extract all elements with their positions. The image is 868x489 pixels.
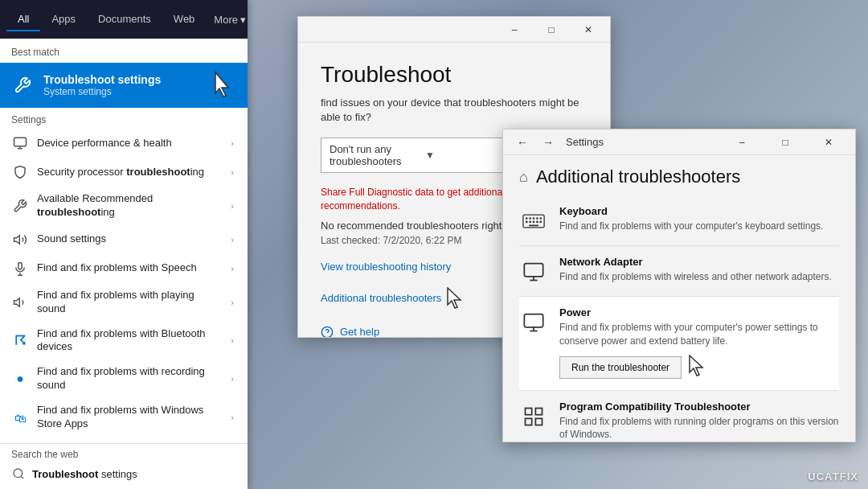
network-icon (519, 257, 548, 286)
store-icon: 🛍 (11, 409, 29, 426)
menu-item-store-apps[interactable]: 🛍 Find and fix problems with Windows Sto… (0, 398, 248, 437)
search-query-text: Troubleshoot settings (32, 468, 137, 480)
bluetooth-icon: ☈ (11, 331, 29, 349)
start-search-panel: All Apps Documents Web More ▾ Best match… (0, 0, 248, 489)
troubleshooter-power: Power Find and fix problems with your co… (519, 297, 839, 391)
menu-item-label: Find and fix problems with recording sou… (37, 365, 223, 392)
additional-header: ⌂ Additional troubleshooters (503, 155, 855, 195)
cursor-indicator-additional (446, 287, 464, 313)
chevron-right-icon: › (231, 374, 234, 384)
power-text: Power Find and fix problems with your co… (559, 306, 839, 380)
get-help-label: Get help (340, 326, 379, 337)
chevron-right-icon: › (231, 201, 234, 211)
program-icon (519, 402, 548, 431)
svg-marker-8 (14, 298, 20, 306)
cursor-indicator (212, 71, 236, 100)
chevron-right-icon: › (231, 264, 234, 273)
menu-item-label: Find and fix problems with playing sound (37, 289, 223, 316)
additional-title: Additional troubleshooters (536, 166, 740, 187)
forward-button[interactable]: → (537, 131, 559, 154)
menu-item-device-performance[interactable]: Device performance & health › (0, 129, 248, 158)
tab-documents[interactable]: Documents (87, 8, 162, 31)
svg-point-9 (14, 469, 23, 478)
search-input-row[interactable]: Troubleshoot settings (0, 462, 248, 489)
result-wrench-icon (11, 74, 34, 97)
wrench-icon (11, 197, 29, 215)
record-icon: ● (11, 370, 29, 388)
settings-section-label: Settings (0, 108, 248, 129)
menu-item-security-processor[interactable]: Security processor troubleshooting › (0, 158, 248, 187)
menu-item-speech[interactable]: Find and fix problems with Speech › (0, 254, 248, 283)
svg-rect-35 (526, 418, 532, 425)
chevron-right-icon: › (231, 235, 234, 244)
menu-item-sound-settings[interactable]: Sound settings › (0, 225, 248, 254)
tab-more[interactable]: More ▾ (206, 9, 254, 31)
chevron-right-icon: › (231, 335, 234, 345)
troubleshooter-list: Keyboard Find and fix problems with your… (503, 195, 855, 442)
menu-item-label: Find and fix problems with Windows Store… (37, 404, 223, 431)
additional-window-titlebar: ← → Settings – □ ✕ (503, 129, 855, 155)
svg-rect-36 (535, 418, 542, 425)
help-icon (321, 326, 334, 337)
troubleshooter-compatibility: Program Compatibility Troubleshooter Fin… (519, 391, 839, 442)
tab-web[interactable]: Web (162, 8, 207, 31)
window-title: Troubleshoot (321, 62, 588, 88)
maximize-button[interactable]: □ (533, 17, 570, 43)
menu-item-label: Device performance & health (37, 137, 223, 150)
menu-item-label: Find and fix problems with Speech (37, 261, 223, 275)
cursor-indicator-run (688, 355, 706, 380)
maximize-button-2[interactable]: □ (767, 129, 804, 155)
result-title: Troubleshoot settings (43, 73, 203, 86)
chevron-right-icon: › (231, 138, 234, 148)
svg-rect-1 (14, 138, 27, 146)
window-subtitle: find issues on your device that troubles… (321, 96, 588, 125)
result-text: Troubleshoot settings System settings (43, 73, 203, 97)
result-subtitle: System settings (43, 86, 203, 97)
best-match-label: Best match (0, 39, 248, 63)
svg-marker-32 (690, 355, 702, 376)
close-button-2[interactable]: ✕ (810, 129, 847, 155)
menu-item-playing-sound[interactable]: Find and fix problems with playing sound… (0, 283, 248, 322)
minimize-button[interactable]: – (496, 17, 533, 43)
close-button[interactable]: ✕ (570, 17, 607, 43)
dropdown-value: Don't run any troubleshooters (330, 143, 425, 167)
search-web-label: Search the web (0, 444, 248, 462)
search-tabs: All Apps Documents Web More ▾ (0, 0, 248, 39)
tab-apps[interactable]: Apps (40, 8, 87, 31)
troubleshooter-dropdown[interactable]: Don't run any troubleshooters ▼ (321, 138, 530, 173)
titlebar-nav: ← → (511, 131, 559, 154)
search-bottom: Search the web Troubleshoot settings (0, 443, 248, 489)
power-icon (519, 308, 548, 337)
home-icon: ⌂ (519, 169, 528, 186)
menu-item-label: Available Recommended troubleshooting (37, 192, 223, 220)
menu-item-available-recommended[interactable]: Available Recommended troubleshooting › (0, 187, 248, 225)
tab-all[interactable]: All (6, 8, 40, 31)
mic-icon (11, 260, 29, 277)
window-titlebar: – □ ✕ (298, 17, 610, 43)
chevron-right-icon: › (231, 167, 234, 177)
svg-marker-4 (14, 236, 20, 244)
additional-troubleshooters-window: ← → Settings – □ ✕ ⌂ Additional troubles… (502, 129, 856, 442)
watermark: UCАТFIX (808, 471, 858, 483)
run-troubleshooter-button[interactable]: Run the troubleshooter (559, 356, 682, 379)
troubleshooter-network: Network Adapter Find and fix problems wi… (519, 246, 839, 297)
chevron-right-icon: › (231, 298, 234, 307)
compatibility-text: Program Compatibility Troubleshooter Fin… (559, 401, 839, 442)
back-button[interactable]: ← (511, 131, 534, 154)
network-text: Network Adapter Find and fix problems wi… (559, 256, 839, 284)
keyboard-icon (519, 207, 548, 236)
svg-rect-26 (524, 264, 542, 277)
chevron-right-icon: › (231, 413, 234, 422)
shield-icon (11, 163, 29, 181)
menu-item-recording-sound[interactable]: ● Find and fix problems with recording s… (0, 360, 248, 398)
svg-rect-25 (529, 224, 538, 226)
minimize-button-2[interactable]: – (723, 129, 760, 155)
svg-marker-0 (215, 72, 228, 97)
selected-result[interactable]: Troubleshoot settings System settings (0, 63, 248, 108)
menu-item-bluetooth[interactable]: ☈ Find and fix problems with Bluetooth d… (0, 322, 248, 360)
svg-rect-5 (18, 262, 23, 269)
menu-item-label: Find and fix problems with Bluetooth dev… (37, 327, 223, 355)
svg-rect-29 (524, 314, 542, 327)
svg-point-12 (321, 327, 332, 337)
additional-troubleshooters-link[interactable]: Additional troubleshooters (321, 292, 441, 304)
